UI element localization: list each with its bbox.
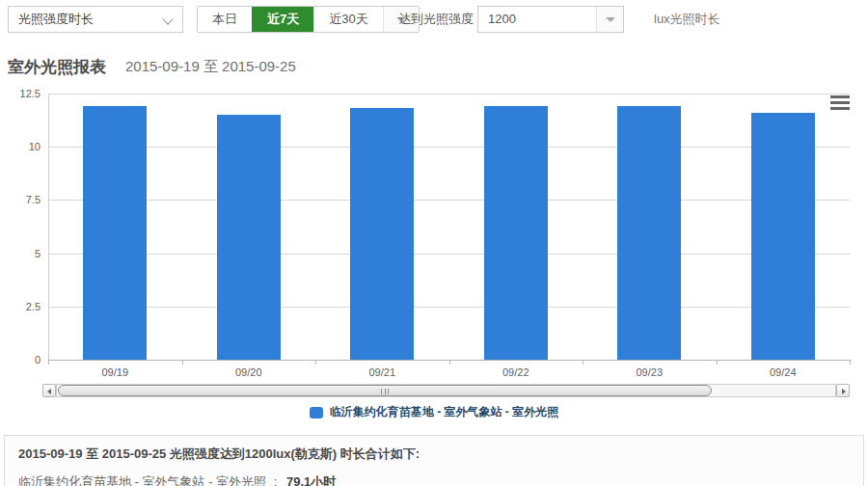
gridline <box>48 200 850 201</box>
date-range-button-group: 本日 近7天 近30天 <box>197 6 420 33</box>
summary-row-value: 79.1小时 <box>286 474 336 486</box>
bar-09/24[interactable] <box>751 113 815 360</box>
threshold-input[interactable]: 1200 <box>477 6 624 33</box>
summary-row-separator: : <box>274 474 278 486</box>
x-axis-tick-mark <box>850 360 851 364</box>
bar-chart: 02.557.51012.509/1909/2009/2109/2209/230… <box>0 87 868 381</box>
unit-label: lux光照时长 <box>654 6 720 33</box>
scrollbar-left-arrow[interactable] <box>42 384 56 397</box>
bar-09/22[interactable] <box>484 106 548 360</box>
gridline <box>48 307 850 308</box>
threshold-dropdown-button[interactable] <box>596 7 623 32</box>
bar-09/21[interactable] <box>350 108 414 360</box>
legend-color-swatch <box>310 407 323 418</box>
range-button-last30days[interactable]: 近30天 <box>313 7 382 32</box>
y-axis-line <box>48 94 49 360</box>
summary-row: 临沂集约化育苗基地 - 室外气象站 - 室外光照 : 79.1小时 <box>18 473 850 486</box>
x-axis-tick-label: 09/22 <box>477 366 555 378</box>
scrollbar-grip-icon <box>381 389 389 394</box>
x-axis-tick-mark <box>583 360 583 364</box>
x-axis-tick-label: 09/21 <box>343 366 420 378</box>
scrollbar-track[interactable] <box>56 384 836 397</box>
chevron-down-icon <box>162 14 173 24</box>
summary-row-label: 临沂集约化育苗基地 - 室外气象站 - 室外光照 <box>18 474 266 486</box>
scrollbar-thumb[interactable] <box>58 385 712 396</box>
y-axis-tick-label: 12.5 <box>2 88 41 99</box>
gridline <box>48 147 850 148</box>
caret-down-icon <box>606 17 615 22</box>
report-type-select[interactable]: 光照强度时长 <box>8 6 183 33</box>
summary-heading: 2015-09-19 至 2015-09-25 光照强度达到1200lux(勒克… <box>18 446 850 463</box>
range-button-today[interactable]: 本日 <box>198 7 252 32</box>
chart-legend-item[interactable]: 临沂集约化育苗基地 - 室外气象站 - 室外光照 <box>0 404 868 420</box>
x-axis-tick-mark <box>315 360 316 364</box>
x-axis-tick-label: 09/20 <box>210 366 287 378</box>
threshold-label: 达到光照强度 <box>398 6 474 33</box>
y-axis-tick-label: 10 <box>2 141 41 152</box>
y-axis-tick-label: 0 <box>2 354 41 365</box>
report-type-select-value: 光照强度时长 <box>18 12 94 26</box>
x-axis-tick-label: 09/19 <box>76 366 153 378</box>
legend-label: 临沂集约化育苗基地 - 室外气象站 - 室外光照 <box>330 404 558 420</box>
arrow-right-icon <box>842 389 846 394</box>
page-title: 室外光照报表 <box>8 56 106 78</box>
chart-menu-icon[interactable] <box>830 95 850 110</box>
bar-09/19[interactable] <box>83 106 147 360</box>
x-axis-tick-mark <box>182 360 183 364</box>
date-range-text: 2015-09-19 至 2015-09-25 <box>125 58 296 76</box>
bar-09/20[interactable] <box>217 115 281 360</box>
x-axis-tick-mark <box>449 360 450 364</box>
x-axis-tick-label: 09/24 <box>745 366 822 378</box>
summary-panel: 2015-09-19 至 2015-09-25 光照强度达到1200lux(勒克… <box>4 435 864 486</box>
y-axis-tick-label: 2.5 <box>2 301 41 312</box>
scrollbar-right-arrow[interactable] <box>836 384 850 397</box>
arrow-left-icon <box>47 389 51 394</box>
x-axis-tick-label: 09/23 <box>610 366 688 378</box>
y-axis-tick-label: 7.5 <box>2 194 41 205</box>
gridline <box>48 254 850 255</box>
threshold-input-value: 1200 <box>488 7 516 32</box>
x-axis-tick-mark <box>48 360 49 364</box>
bar-09/23[interactable] <box>617 106 681 360</box>
x-axis-tick-mark <box>717 360 718 364</box>
range-button-last7days[interactable]: 近7天 <box>252 7 313 32</box>
y-axis-tick-label: 5 <box>2 248 41 259</box>
gridline <box>48 94 850 94</box>
chart-horizontal-scrollbar <box>42 384 850 398</box>
